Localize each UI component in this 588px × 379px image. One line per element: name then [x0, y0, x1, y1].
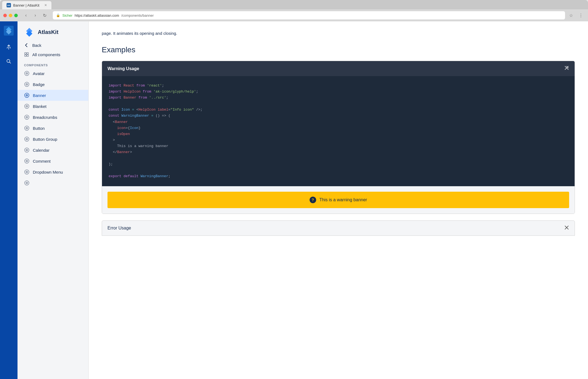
sidebar-item-avatar[interactable]: Avatar	[18, 68, 88, 79]
component-icon	[24, 136, 30, 142]
reload-button[interactable]: ↻	[41, 12, 48, 19]
examples-heading: Examples	[102, 45, 575, 54]
browser-tab[interactable]: AK Banner | AtlasKit ✕	[2, 1, 51, 9]
minimize-traffic-light[interactable]	[9, 14, 12, 17]
code-line-2: import HelpIcon from 'ak-icon/glyph/help…	[109, 89, 568, 95]
all-components-link[interactable]: All components	[18, 50, 88, 59]
forward-nav-button[interactable]: ›	[31, 12, 39, 19]
sidebar-item-breadcrumbs[interactable]: Breadcrumbs	[18, 112, 88, 123]
svg-point-14	[27, 73, 27, 74]
sidebar-item-button[interactable]: Button	[18, 123, 88, 134]
warning-example-close-button[interactable]	[564, 65, 569, 72]
traffic-lights	[3, 14, 18, 17]
svg-point-23	[27, 106, 27, 107]
atlaskit-icon-sidebar-logo[interactable]	[4, 26, 14, 36]
code-line-12: </Banner>	[109, 149, 568, 155]
warning-banner: ? This is a warning banner	[107, 192, 569, 208]
code-line-15	[109, 167, 568, 173]
url-path: /components/banner	[121, 13, 154, 18]
browser-window: AK Banner | AtlasKit ✕ ‹ › ↻ 🔒 Sicher ht…	[0, 0, 588, 379]
sidebar-header: AtlasKit	[18, 21, 88, 41]
svg-point-41	[27, 172, 27, 172]
sidebar-item-dynamic-table[interactable]	[18, 177, 88, 188]
svg-point-32	[27, 139, 27, 139]
back-label: Back	[32, 43, 41, 48]
components-section-label: COMPONENTS	[18, 61, 88, 68]
code-line-3: import Banner from '../src';	[109, 95, 568, 101]
component-icon	[24, 169, 30, 175]
code-line-1: import React from 'react';	[109, 83, 568, 89]
back-nav-button[interactable]: ‹	[22, 12, 30, 19]
tab-title: Banner | AtlasKit	[13, 3, 39, 7]
browser-nav: ‹ › ↻	[22, 12, 48, 19]
svg-point-35	[27, 150, 27, 150]
sidebar-item-label: Calendar	[33, 148, 50, 153]
component-icon	[24, 82, 30, 87]
sidebar-item-label: Blanket	[33, 104, 46, 109]
tab-favicon: AK	[7, 3, 11, 7]
fullscreen-traffic-light[interactable]	[14, 14, 18, 17]
address-bar[interactable]: 🔒 Sicher https://atlaskit.atlassian.com …	[53, 11, 565, 19]
code-line-5: const Icon = <HelpIcon label="Info icon"…	[109, 107, 568, 113]
sidebar-item-label: Breadcrumbs	[33, 115, 57, 120]
code-line-10: >	[109, 137, 568, 143]
sidebar-item-label: Comment	[33, 159, 51, 163]
intro-text: page. It animates its opening and closin…	[102, 30, 575, 37]
sidebar-item-label: Button Group	[33, 137, 57, 142]
left-sidebar: AtlasKit Back All components COMPONENTS	[18, 21, 89, 379]
bookmark-button[interactable]: ☆	[567, 12, 575, 19]
icon-sidebar	[0, 21, 18, 379]
search-icon-button[interactable]	[4, 56, 14, 66]
warning-example-header: Warning Usage	[102, 61, 575, 76]
code-line-14: );	[109, 161, 568, 167]
sidebar-item-blanket[interactable]: Blanket	[18, 101, 88, 112]
warning-help-icon: ?	[310, 197, 316, 203]
sidebar-item-dropdown-menu[interactable]: Dropdown Menu	[18, 166, 88, 177]
sidebar-item-comment[interactable]: Comment	[18, 156, 88, 166]
component-icon	[24, 71, 30, 76]
sidebar-item-label: Banner	[33, 93, 46, 98]
component-icon	[24, 114, 30, 120]
sidebar-item-button-group[interactable]: Button Group	[18, 134, 88, 145]
svg-point-29	[27, 128, 27, 128]
svg-rect-11	[27, 55, 28, 56]
svg-rect-8	[25, 53, 26, 54]
browser-titlebar: ‹ › ↻ 🔒 Sicher https://atlaskit.atlassia…	[0, 9, 588, 21]
svg-point-17	[27, 84, 27, 85]
code-line-9: isOpen	[109, 131, 568, 137]
svg-line-5	[10, 62, 11, 64]
menu-button[interactable]: ⋮	[577, 12, 585, 19]
code-line-6: const WarningBanner = () => (	[109, 113, 568, 119]
close-traffic-light[interactable]	[3, 14, 7, 17]
code-block: import React from 'react'; import HelpIc…	[102, 76, 575, 186]
warning-usage-example-box: Warning Usage import React from 'react';	[102, 61, 575, 214]
svg-rect-10	[25, 55, 26, 56]
back-arrow-icon	[24, 43, 29, 48]
component-icon	[24, 158, 30, 164]
warning-banner-text: This is a warning banner	[319, 197, 367, 202]
home-icon-button[interactable]	[4, 42, 14, 52]
component-icon	[24, 147, 30, 153]
sidebar-item-banner[interactable]: Banner	[18, 90, 88, 101]
atlaskit-sidebar-logo	[24, 27, 34, 37]
grid-icon	[24, 52, 29, 57]
back-button[interactable]: Back	[18, 41, 88, 50]
tab-close-button[interactable]: ✕	[44, 3, 47, 7]
code-line-7: <Banner	[109, 119, 568, 125]
component-icon	[24, 180, 30, 186]
sidebar-item-label: Avatar	[33, 71, 45, 76]
svg-point-38	[27, 161, 27, 161]
error-example-expand-button[interactable]	[564, 225, 569, 231]
url-domain: https://atlaskit.atlassian.com	[75, 13, 119, 18]
error-example-title: Error Usage	[107, 226, 131, 231]
svg-rect-9	[27, 53, 28, 54]
browser-tab-bar: AK Banner | AtlasKit ✕	[0, 0, 588, 9]
code-line-16: export default WarningBanner;	[109, 173, 568, 179]
app-container: AtlasKit Back All components COMPONENTS	[0, 21, 588, 379]
sidebar-item-calendar[interactable]: Calendar	[18, 145, 88, 156]
sidebar-item-label: Badge	[33, 82, 45, 87]
code-line-4	[109, 101, 568, 107]
sidebar-item-badge[interactable]: Badge	[18, 79, 88, 90]
error-usage-example-box: Error Usage	[102, 220, 575, 236]
code-line-11: This is a warning banner	[109, 143, 568, 149]
